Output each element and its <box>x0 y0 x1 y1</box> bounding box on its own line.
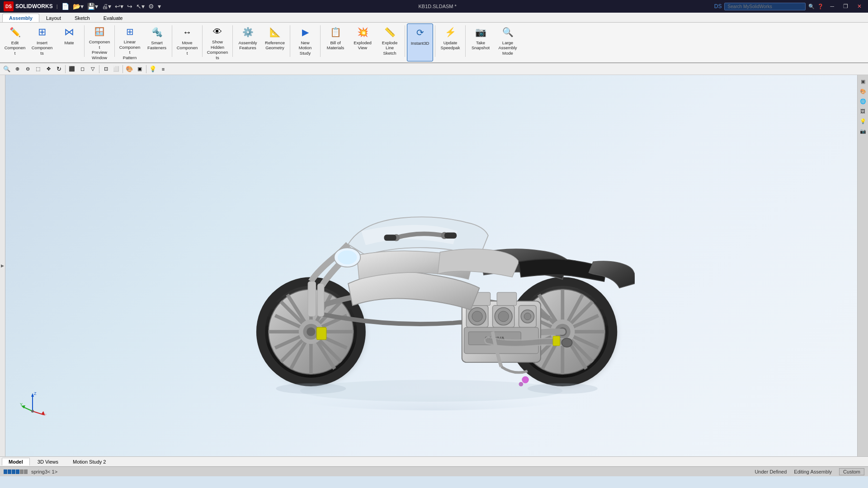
open-icon[interactable]: 📂▾ <box>73 3 84 10</box>
svg-rect-51 <box>316 327 326 339</box>
svg-point-53 <box>522 376 528 383</box>
reference-geometry-icon: 📐 <box>268 25 282 39</box>
rotate-button[interactable]: ↻ <box>54 64 64 74</box>
tab-3d-views[interactable]: 3D Views <box>31 458 65 465</box>
rp-btn-6[interactable]: 📷 <box>859 127 868 136</box>
exploded-view-button[interactable]: 💥 ExplodedView <box>349 23 376 61</box>
zoom-in-button[interactable]: ⊕ <box>12 64 22 74</box>
exploded-view-icon: 💥 <box>355 25 370 39</box>
left-panel-toggle[interactable]: ▶ <box>0 75 5 456</box>
instant3d-icon: ⟳ <box>413 25 427 40</box>
zoom-area-button[interactable]: ⬚ <box>33 64 43 74</box>
viewport[interactable]: CAGIVA <box>5 75 857 456</box>
statusbar-left: spring3< 1> <box>4 469 57 474</box>
minimize-button[interactable]: ─ <box>827 2 837 10</box>
insert-components-button[interactable]: ⊞ InsertComponents <box>29 23 55 61</box>
ribbon-tabs: Assembly Layout Sketch Evaluate <box>0 13 868 23</box>
rp-btn-5[interactable]: 💡 <box>859 117 868 126</box>
svg-point-60 <box>276 383 346 394</box>
view-display-button[interactable]: ⬜ <box>111 64 121 74</box>
large-assembly-mode-button[interactable]: 🔍 LargeAssemblyMode <box>495 23 521 61</box>
rp-btn-1[interactable]: ▣ <box>859 77 868 86</box>
edit-component-button[interactable]: ✏️ EditComponent <box>2 23 28 61</box>
shaded-display-button[interactable]: ⬛ <box>67 64 77 74</box>
print-icon[interactable]: 🖨▾ <box>102 3 111 10</box>
appearance-button[interactable]: ▣ <box>135 64 145 74</box>
assembly-features-button[interactable]: ⚙️ AssemblyFeatures <box>235 23 261 61</box>
statusbar-right: Under Defined Editing Assembly Custom <box>755 468 864 475</box>
svg-point-29 <box>307 327 315 336</box>
zoom-to-fit-button[interactable]: 🔍 <box>2 64 12 74</box>
bill-of-materials-button[interactable]: 📋 Bill ofMaterials <box>322 23 349 61</box>
take-snapshot-button[interactable]: 📷 TakeSnapshot <box>467 23 494 61</box>
vt-separator2 <box>99 65 99 73</box>
titlebar-left: DS SOLIDWORKS | 📄 📂▾ 💾▾ 🖨▾ ↩▾ ↪ ↖▾ ⚙ ▾ <box>4 1 161 11</box>
update-speedpak-button[interactable]: ⚡ UpdateSpeedpak <box>437 23 463 61</box>
reference-geometry-button[interactable]: 📐 ReferenceGeometry <box>262 23 288 61</box>
restore-button[interactable]: ❐ <box>840 2 851 10</box>
progress-box-5 <box>20 469 24 474</box>
view-orientation-button[interactable]: ⊡ <box>101 64 111 74</box>
tab-evaluate[interactable]: Evaluate <box>97 14 130 22</box>
model-container: CAGIVA <box>228 144 635 415</box>
section-view-button[interactable]: ▽ <box>88 64 98 74</box>
move-component-button[interactable]: ↔️ MoveComponent <box>174 23 200 61</box>
vt-separator3 <box>123 65 123 73</box>
view-settings-button[interactable]: ≡ <box>158 64 168 74</box>
help-icon[interactable]: ❓ <box>817 4 824 9</box>
linear-component-pattern-button[interactable]: ⊞ LinearComponentPattern <box>117 23 143 61</box>
custom-status[interactable]: Custom <box>839 468 864 475</box>
render-mode-button[interactable]: 🎨 <box>124 64 134 74</box>
svg-point-36 <box>472 311 482 322</box>
update-speedpak-icon: ⚡ <box>443 25 458 39</box>
show-hidden-icon: 👁 <box>210 25 225 38</box>
active-component-label: spring3< 1> <box>31 469 57 474</box>
axis-svg: Z X Y <box>19 389 46 416</box>
tab-sketch[interactable]: Sketch <box>68 14 97 22</box>
new-icon[interactable]: 📄 <box>61 3 69 10</box>
new-motion-study-button[interactable]: ▶ NewMotionStudy <box>292 23 318 61</box>
update-speedpak-label: UpdateSpeedpak <box>441 40 460 51</box>
svg-point-38 <box>498 311 509 322</box>
tab-layout[interactable]: Layout <box>39 14 68 22</box>
svg-rect-48 <box>384 235 396 241</box>
vt-separator1 <box>65 65 66 73</box>
editing-mode-status: Editing Assembly <box>794 469 832 474</box>
zoom-out-button[interactable]: ⊖ <box>23 64 33 74</box>
show-hidden-button[interactable]: 👁 ShowHiddenComponents <box>204 23 231 61</box>
under-defined-status: Under Defined <box>755 469 787 474</box>
progress-box-4 <box>16 469 19 474</box>
cursor-icon[interactable]: ↖▾ <box>136 3 145 10</box>
linear-component-pattern-label: LinearComponentPattern <box>119 39 141 60</box>
expand-icon[interactable]: ▾ <box>158 3 161 10</box>
tab-motion-study-2[interactable]: Motion Study 2 <box>66 458 113 465</box>
assembly-features-icon: ⚙️ <box>241 25 255 39</box>
instant3d-button[interactable]: ⟳ Instant3D <box>407 23 433 61</box>
svg-text:X: X <box>45 413 46 416</box>
mate-button[interactable]: ⋈ Mate <box>56 23 82 61</box>
take-snapshot-icon: 📷 <box>473 25 488 39</box>
pan-button[interactable]: ✥ <box>43 64 53 74</box>
options-icon[interactable]: ⚙ <box>148 3 154 10</box>
component-preview-button[interactable]: 🪟 ComponentPreviewWindow <box>86 23 113 61</box>
rp-btn-4[interactable]: 🖼 <box>859 107 868 116</box>
edit-component-icon: ✏️ <box>8 25 22 39</box>
explode-line-sketch-button[interactable]: 📏 ExplodeLineSketch <box>377 23 403 61</box>
rp-btn-2[interactable]: 🎨 <box>859 87 868 96</box>
explode-line-sketch-label: ExplodeLineSketch <box>382 40 397 56</box>
search-icon[interactable]: 🔍 <box>808 4 815 9</box>
reference-geometry-label: ReferenceGeometry <box>265 40 285 51</box>
undo-icon[interactable]: ↩▾ <box>115 3 123 10</box>
search-input[interactable] <box>724 3 806 10</box>
smart-fasteners-button[interactable]: 🔩 SmartFasteners <box>144 23 170 61</box>
save-icon[interactable]: 💾▾ <box>87 3 98 10</box>
display-type-button[interactable]: ◻ <box>77 64 87 74</box>
bill-of-materials-icon: 📋 <box>328 25 343 39</box>
rp-btn-3[interactable]: 🌐 <box>859 97 868 106</box>
lights-button[interactable]: 💡 <box>148 64 158 74</box>
tab-model[interactable]: Model <box>2 458 30 465</box>
redo-icon[interactable]: ↪ <box>127 3 132 10</box>
close-button[interactable]: ✕ <box>854 2 864 10</box>
svg-point-40 <box>524 313 531 320</box>
tab-assembly[interactable]: Assembly <box>2 14 39 22</box>
